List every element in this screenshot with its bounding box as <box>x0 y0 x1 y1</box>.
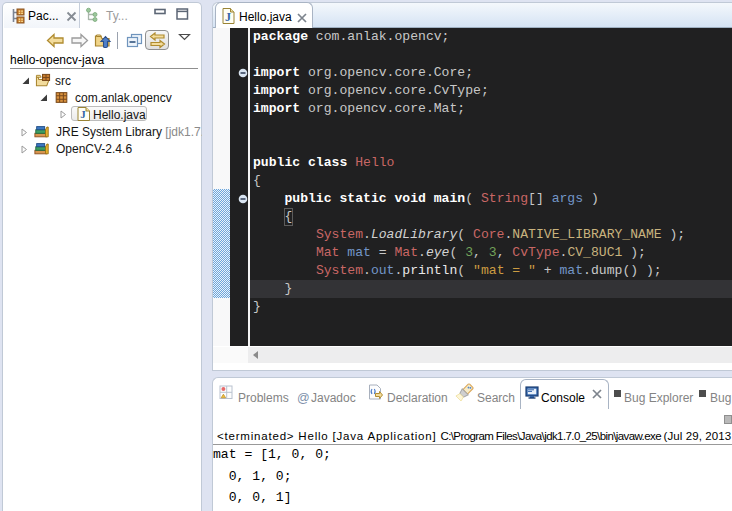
svg-text:J: J <box>80 108 86 120</box>
svg-text:J: J <box>225 10 231 24</box>
